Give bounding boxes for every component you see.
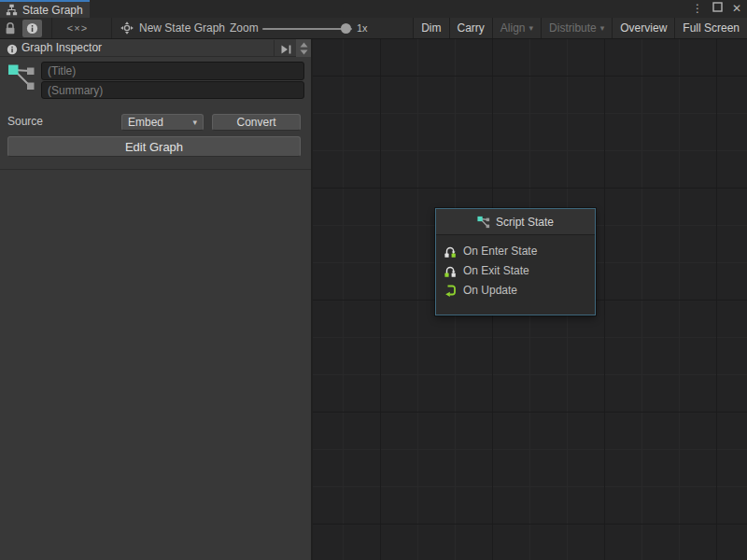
node-event-label: On Enter State [463, 245, 537, 258]
node-header[interactable]: Script State [436, 209, 595, 235]
summary-input[interactable] [41, 81, 304, 99]
update-icon [444, 284, 457, 297]
node-event-row[interactable]: On Exit State [444, 260, 595, 280]
node-event-label: On Update [463, 284, 517, 297]
maximize-icon[interactable] [711, 0, 724, 18]
header-divider [274, 40, 275, 56]
graph-breadcrumb-root[interactable]: New State Graph [120, 18, 225, 38]
convert-button[interactable]: Convert [212, 114, 301, 131]
distribute-button[interactable]: Distribute ▾ [541, 18, 612, 38]
node-title: Script State [496, 216, 554, 229]
source-label: Source [7, 114, 43, 130]
align-label: Align [500, 18, 526, 38]
chevron-down-icon: ▾ [192, 118, 197, 127]
triangle-down-icon [300, 49, 308, 55]
node-event-label: On Exit State [463, 264, 529, 277]
source-value: Embed [128, 116, 163, 129]
script-state-node[interactable]: Script State On Enter State [435, 208, 596, 315]
triangle-up-icon [300, 42, 308, 48]
scrubber-control[interactable] [296, 39, 311, 57]
distribute-label: Distribute [549, 18, 597, 38]
kebab-menu-icon[interactable]: ⋮ [691, 0, 704, 18]
toolbar: <×> New State Graph Zoom 1x Dim Carry Al… [0, 18, 747, 39]
graph-inspector-title: Graph Inspector [21, 39, 102, 57]
zoom-label: Zoom [230, 18, 259, 38]
toolbar-divider [111, 18, 112, 38]
enter-state-icon [444, 245, 457, 258]
dim-button[interactable]: Dim [413, 18, 448, 38]
zoom-slider[interactable] [262, 28, 352, 30]
window-controls: ⋮ ✕ [691, 0, 743, 18]
info-icon [7, 42, 18, 59]
close-icon[interactable]: ✕ [730, 0, 743, 18]
zoom-slider-handle[interactable] [341, 23, 351, 34]
graph-inspector-panel: Graph Inspector S [0, 39, 313, 560]
tab-state-graph[interactable]: State Graph [0, 0, 90, 18]
lock-icon[interactable] [4, 21, 19, 35]
graph-inspector-header: Graph Inspector [0, 39, 311, 57]
toolbar-right-group: Dim Carry Align ▾ Distribute ▾ Overview … [413, 18, 747, 38]
node-body: On Enter State On Exit State [436, 235, 595, 300]
inspector-toggle-button[interactable] [22, 20, 42, 37]
move-icon [120, 21, 134, 35]
chevron-down-icon: ▾ [529, 18, 534, 38]
code-view-icon[interactable]: <×> [62, 18, 93, 38]
titlebar: State Graph ⋮ ✕ [0, 0, 747, 18]
panel-separator [0, 169, 311, 170]
graph-canvas[interactable]: Script State On Enter State [313, 39, 747, 560]
dock-sidebar-icon[interactable] [280, 42, 292, 59]
node-event-row[interactable]: On Enter State [444, 241, 595, 260]
title-input[interactable] [41, 62, 304, 80]
tab-label: State Graph [22, 4, 83, 17]
hierarchy-icon [6, 4, 18, 16]
align-button[interactable]: Align ▾ [492, 18, 541, 38]
new-graph-label: New State Graph [139, 21, 225, 35]
toolbar-divider [51, 18, 52, 38]
source-dropdown[interactable]: Embed ▾ [121, 114, 204, 131]
state-graph-window: State Graph ⋮ ✕ <×> [0, 0, 747, 560]
carry-button[interactable]: Carry [449, 18, 492, 38]
script-state-icon [477, 216, 490, 229]
chevron-down-icon: ▾ [600, 18, 605, 38]
state-graph-asset-icon [7, 62, 35, 97]
node-event-row[interactable]: On Update [444, 280, 595, 300]
overview-button[interactable]: Overview [612, 18, 674, 38]
zoom-value: 1x [357, 18, 368, 38]
edit-graph-button[interactable]: Edit Graph [7, 136, 301, 157]
info-icon [26, 22, 38, 35]
full-screen-button[interactable]: Full Screen [674, 18, 747, 38]
exit-state-icon [444, 264, 457, 277]
